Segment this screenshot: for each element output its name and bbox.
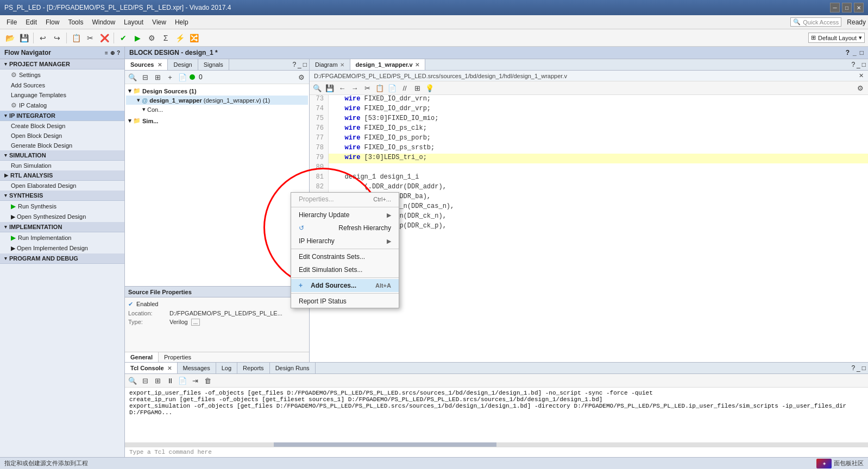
nav-open-elaborated-design[interactable]: Open Elaborated Design <box>0 181 124 191</box>
menu-view[interactable]: View <box>148 17 171 28</box>
tab-diagram-close[interactable]: ✕ <box>340 62 344 68</box>
ed-path-close[interactable]: ✕ <box>859 72 864 79</box>
ctx-add-sources[interactable]: + Add Sources... Alt+A <box>291 279 399 292</box>
src-search-btn[interactable]: 🔍 <box>127 72 138 83</box>
nav-run-synthesis[interactable]: ▶ Run Synthesis <box>0 201 124 212</box>
bd-help[interactable]: ? <box>846 49 850 56</box>
src-add-btn[interactable]: + <box>165 72 175 83</box>
minimize-button[interactable]: ─ <box>830 3 840 12</box>
nav-open-block-design[interactable]: Open Block Design <box>0 131 124 141</box>
section-program-debug[interactable]: ▾ PROGRAM AND DEBUG <box>0 253 124 264</box>
nav-add-sources[interactable]: Add Sources <box>0 80 124 90</box>
ed-save-btn[interactable]: 💾 <box>324 83 335 93</box>
con-copy-btn[interactable]: 📄 <box>177 375 188 386</box>
section-ip-integrator[interactable]: ▾ IP INTEGRATOR <box>0 111 124 121</box>
tab-messages[interactable]: Messages <box>178 363 216 373</box>
sigma-button[interactable]: Σ <box>159 31 172 45</box>
con-search-btn[interactable]: 🔍 <box>127 375 138 386</box>
ed-table-btn[interactable]: ⊞ <box>412 83 423 93</box>
ed-comment-btn[interactable]: // <box>399 83 410 93</box>
tab-tcl-console[interactable]: Tcl Console ✕ <box>125 363 178 373</box>
layout-select[interactable]: ⊞ Default Layout ▾ <box>808 33 865 43</box>
tab-design[interactable]: Design <box>168 59 198 70</box>
flow-nav-float[interactable]: ⊕ <box>110 50 115 56</box>
src-collapse-btn[interactable]: ⊟ <box>140 72 150 83</box>
nav-create-block-design[interactable]: Create Block Design <box>0 121 124 131</box>
src-help[interactable]: ? <box>292 61 296 68</box>
nav-generate-block-design[interactable]: Generate Block Design <box>0 141 124 150</box>
ed-min[interactable]: _ <box>857 61 860 68</box>
sim-header[interactable]: ▾ 📁 Sim... <box>126 116 308 125</box>
flash-button[interactable]: ⚡ <box>173 31 186 45</box>
ctx-edit-constraints[interactable]: Edit Constraints Sets... <box>291 250 399 263</box>
sf-type-more[interactable]: ... <box>191 319 200 326</box>
src-expand-btn[interactable]: ⊞ <box>152 72 163 83</box>
tab-sources-close[interactable]: ✕ <box>158 62 162 68</box>
console-scroll-thumb[interactable] <box>274 442 496 447</box>
menu-flow[interactable]: Flow <box>41 17 64 28</box>
sf-tab-properties[interactable]: Properties <box>159 352 197 362</box>
nav-run-simulation[interactable]: Run Simulation <box>0 161 124 170</box>
tab-design-wrapper-close[interactable]: ✕ <box>415 62 419 68</box>
ctx-hierarchy-update[interactable]: Hierarchy Update ▶ <box>291 208 399 221</box>
menu-window[interactable]: Window <box>87 17 119 28</box>
nav-settings[interactable]: ⚙ Settings <box>0 69 124 80</box>
delete-button[interactable]: ❌ <box>98 31 111 45</box>
bd-maximize[interactable]: □ <box>860 49 864 56</box>
close-button[interactable]: ✕ <box>854 3 864 12</box>
tree-item-constraints[interactable]: ▾ Con... <box>126 105 308 114</box>
nav-open-synthesized-design[interactable]: ▶ Open Synthesized Design <box>0 212 124 222</box>
cut-button[interactable]: ✂ <box>84 31 97 45</box>
src-settings-btn[interactable]: ⚙ <box>296 72 307 83</box>
nav-language-templates[interactable]: Language Templates <box>0 90 124 100</box>
src-min[interactable]: _ <box>298 61 301 68</box>
con-pause-btn[interactable]: ⏸ <box>165 375 175 386</box>
maximize-button[interactable]: □ <box>842 3 852 12</box>
menu-help[interactable]: Help <box>171 17 193 28</box>
menu-file[interactable]: File <box>2 17 21 28</box>
section-project-manager[interactable]: ▾ PROJECT MANAGER <box>0 59 124 69</box>
shuffle-button[interactable]: 🔀 <box>187 31 200 45</box>
console-scrollbar[interactable] <box>125 442 868 447</box>
ctx-ip-hierarchy[interactable]: IP Hierarchy ▶ <box>291 234 399 248</box>
ed-cut-btn[interactable]: ✂ <box>362 83 373 93</box>
con-help[interactable]: ? <box>851 364 855 372</box>
bd-minimize[interactable]: _ <box>853 49 857 56</box>
undo-button[interactable]: ↩ <box>36 31 49 45</box>
check-button[interactable]: ✔ <box>117 31 130 45</box>
sf-tab-general[interactable]: General <box>125 352 159 362</box>
menu-edit[interactable]: Edit <box>21 17 41 28</box>
section-rtl-analysis[interactable]: ▶ RTL ANALYSIS <box>0 170 124 181</box>
tab-tcl-close[interactable]: ✕ <box>167 365 172 371</box>
flow-nav-pin[interactable]: ≡ <box>105 50 108 56</box>
nav-open-implemented-design[interactable]: ▶ Open Implemented Design <box>0 243 124 253</box>
nav-run-implementation[interactable]: ▶ Run Implementation <box>0 232 124 243</box>
ed-paste-btn[interactable]: 📄 <box>387 83 398 93</box>
tab-signals[interactable]: Signals <box>198 59 229 70</box>
section-synthesis[interactable]: ▾ SYNTHESIS <box>0 191 124 201</box>
con-min[interactable]: _ <box>857 364 860 372</box>
ed-help[interactable]: ? <box>851 61 855 68</box>
ctx-edit-simulation[interactable]: Edit Simulation Sets... <box>291 263 399 276</box>
ed-back-btn[interactable]: ← <box>337 83 348 93</box>
tab-log[interactable]: Log <box>216 363 237 373</box>
ed-forward-btn[interactable]: → <box>349 83 360 93</box>
tab-diagram[interactable]: Diagram ✕ <box>310 59 350 70</box>
tab-sources[interactable]: Sources ✕ <box>125 59 168 70</box>
save-button[interactable]: 💾 <box>17 31 30 45</box>
quick-access-search[interactable]: 🔍 Quick Access <box>790 17 841 27</box>
menu-tools[interactable]: Tools <box>64 17 87 28</box>
menu-layout[interactable]: Layout <box>119 17 148 28</box>
design-sources-header[interactable]: ▾ 📁 Design Sources (1) <box>126 86 308 96</box>
section-implementation[interactable]: ▾ IMPLEMENTATION <box>0 222 124 232</box>
src-max[interactable]: □ <box>303 61 307 68</box>
tab-design-wrapper[interactable]: design_1_wrapper.v ✕ <box>350 59 425 70</box>
src-file-btn[interactable]: 📄 <box>177 72 188 83</box>
console-input-placeholder[interactable]: Type a Tcl command here <box>129 449 212 455</box>
nav-ip-catalog[interactable]: ⚙ IP Catalog <box>0 100 124 111</box>
section-simulation[interactable]: ▾ SIMULATION <box>0 150 124 161</box>
tree-item-wrapper[interactable]: ▾ @ design_1_wrapper (design_1_wrapper.v… <box>126 96 308 105</box>
flow-nav-help[interactable]: ? <box>117 50 120 56</box>
ctx-properties[interactable]: Properties... Ctrl+... <box>291 193 399 206</box>
copy-button[interactable]: 📋 <box>70 31 83 45</box>
